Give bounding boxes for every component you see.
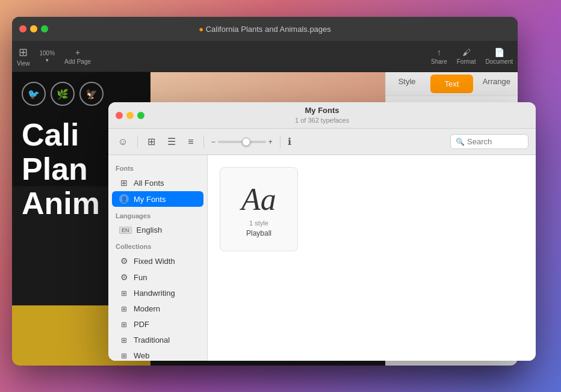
icon-circle-2: 🌿 — [51, 82, 75, 106]
toolbar-format[interactable]: 🖌 Format — [457, 47, 476, 65]
minimize-button[interactable] — [30, 25, 37, 32]
info-icon[interactable]: ℹ — [288, 136, 291, 147]
handwriting-icon: ⊞ — [119, 289, 129, 298]
panel-tabs: Style Text Arrange — [386, 72, 518, 96]
sidebar-item-traditional[interactable]: ⊞ Traditional — [112, 332, 203, 348]
fontbook-window: My Fonts 1 of 362 typefaces ☺ ⊞ ☰ ≡ − + … — [108, 102, 536, 361]
pages-toolbar: ⊞ View 100% ▼ + Add Page ↑ Share 🖌 Forma… — [12, 41, 518, 72]
column-view-icon[interactable]: ≡ — [185, 134, 196, 150]
sidebar-my-fonts-label: My Fonts — [134, 195, 166, 204]
title-dot: ● — [199, 25, 203, 34]
toolbar-divider-3 — [280, 136, 280, 148]
sidebar-item-my-fonts[interactable]: 👤 My Fonts — [112, 191, 203, 207]
toolbar-view[interactable]: ⊞ View — [17, 46, 30, 67]
zoom-value: 100% — [40, 50, 55, 57]
slider-plus-icon: + — [268, 138, 273, 146]
grid-view-icon[interactable]: ⊞ — [145, 133, 158, 150]
sidebar-item-english[interactable]: EN English — [112, 222, 203, 237]
fontbook-traffic-lights — [116, 112, 144, 119]
toolbar-document-label: Document — [485, 58, 513, 65]
toolbar-share-label: Share — [431, 58, 447, 65]
sidebar-all-fonts-label: All Fonts — [134, 179, 164, 188]
sidebar-fixed-width-label: Fixed Width — [134, 257, 175, 266]
all-fonts-icon: ⊞ — [119, 178, 129, 188]
fontbook-toolbar: ☺ ⊞ ☰ ≡ − + ℹ 🔍 — [108, 129, 536, 155]
toolbar-addpage[interactable]: + Add Page — [64, 47, 91, 65]
fb-fullscreen-button[interactable] — [137, 112, 144, 119]
fontbook-main: Aa 1 style Playball — [208, 155, 536, 361]
fontbook-toolbar-icons: ☺ — [116, 134, 130, 150]
collections-section-label: Collections — [108, 238, 207, 253]
sidebar-pdf-label: PDF — [134, 320, 149, 329]
web-icon: ⊞ — [119, 352, 129, 360]
search-box[interactable]: 🔍 — [450, 134, 528, 149]
tab-style[interactable]: Style — [386, 72, 428, 96]
fb-minimize-button[interactable] — [126, 112, 134, 119]
close-button[interactable] — [19, 25, 26, 32]
pages-traffic-lights — [19, 25, 48, 32]
icon-circle-3: 🦅 — [79, 82, 104, 106]
fun-icon: ⚙ — [119, 272, 129, 282]
pages-titlebar: ● California Plants and Animals.pages — [12, 17, 518, 41]
fontbook-body: Fonts ⊞ All Fonts 👤 My Fonts Languages E… — [108, 155, 536, 361]
search-icon: 🔍 — [456, 138, 465, 146]
fontbook-title: My Fonts — [295, 106, 349, 116]
icon-circle-1: 🐦 — [22, 82, 46, 106]
fontbook-title-area: My Fonts 1 of 362 typefaces — [295, 106, 349, 124]
toolbar-document[interactable]: 📄 Document — [485, 47, 513, 65]
fontbook-titlebar: My Fonts 1 of 362 typefaces — [108, 102, 536, 129]
tab-arrange[interactable]: Arrange — [476, 72, 518, 96]
sidebar-item-all-fonts[interactable]: ⊞ All Fonts — [112, 175, 203, 191]
sidebar-item-pdf[interactable]: ⊞ PDF — [112, 317, 203, 332]
fontbook-subtitle: 1 of 362 typefaces — [295, 116, 349, 124]
sidebar-traditional-label: Traditional — [134, 335, 170, 345]
format-icon: 🖌 — [462, 47, 471, 57]
fixed-width-icon: ⚙ — [119, 256, 129, 266]
sidebar-english-label: English — [137, 225, 163, 234]
font-name-playball: Playball — [246, 229, 271, 237]
toolbar-share[interactable]: ↑ Share — [431, 47, 447, 65]
modern-icon: ⊞ — [119, 305, 129, 313]
size-slider[interactable]: − + — [211, 138, 273, 146]
slider-minus-icon: − — [211, 138, 215, 146]
pdf-icon: ⊞ — [119, 320, 129, 329]
fb-close-button[interactable] — [116, 112, 123, 119]
sidebar-web-label: Web — [134, 351, 150, 360]
sidebar-item-fun[interactable]: ⚙ Fun — [112, 269, 203, 285]
tab-text[interactable]: Text — [430, 75, 473, 93]
toolbar-format-label: Format — [457, 58, 476, 65]
pages-title-text: California Plants and Animals.pages — [206, 25, 331, 34]
zoom-chevron: ▼ — [45, 58, 49, 63]
slider-thumb[interactable] — [242, 138, 250, 146]
my-fonts-icon: 👤 — [119, 194, 129, 204]
addpage-icon: + — [75, 47, 80, 57]
smiley-icon[interactable]: ☺ — [116, 134, 130, 150]
font-card-playball[interactable]: Aa 1 style Playball — [220, 167, 298, 251]
sidebar-modern-label: Modern — [134, 304, 160, 313]
sidebar-item-handwriting[interactable]: ⊞ Handwriting — [112, 286, 203, 301]
languages-section-label: Languages — [108, 207, 207, 222]
fullscreen-button[interactable] — [41, 25, 48, 32]
slider-track[interactable] — [218, 141, 266, 143]
traditional-icon: ⊞ — [119, 336, 129, 345]
fontbook-sidebar: Fonts ⊞ All Fonts 👤 My Fonts Languages E… — [108, 155, 208, 361]
toolbar-divider-2 — [203, 136, 204, 148]
document-icon: 📄 — [494, 47, 504, 57]
search-input[interactable] — [467, 137, 523, 146]
sidebar-item-web[interactable]: ⊞ Web — [112, 348, 203, 361]
share-icon: ↑ — [437, 47, 441, 57]
font-style-count: 1 style — [249, 219, 268, 227]
font-preview-playball: Aa — [241, 182, 276, 217]
toolbar-divider-1 — [137, 136, 138, 148]
list-view-icon[interactable]: ☰ — [165, 133, 178, 150]
toolbar-view-label: View — [17, 60, 30, 67]
toolbar-zoom[interactable]: 100% ▼ — [40, 50, 55, 63]
toolbar-addpage-label: Add Page — [64, 58, 91, 65]
view-icon: ⊞ — [19, 46, 28, 59]
english-badge: EN — [119, 227, 132, 234]
fonts-section-label: Fonts — [108, 160, 207, 174]
sidebar-handwriting-label: Handwriting — [134, 289, 175, 298]
sidebar-fun-label: Fun — [134, 273, 147, 282]
sidebar-item-modern[interactable]: ⊞ Modern — [112, 301, 203, 316]
sidebar-item-fixed-width[interactable]: ⚙ Fixed Width — [112, 253, 203, 269]
